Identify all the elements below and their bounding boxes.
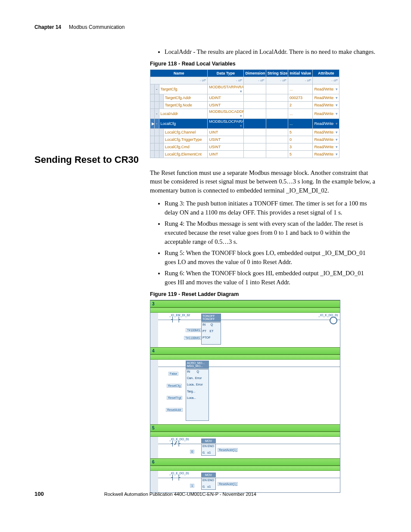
section-intro: The Reset function must use a separate M… [150,168,377,195]
figure-119-caption: Figure 119 - Reset Ladder Diagram [150,291,377,297]
figure-118-table: Name Data Type Dimension String Size Ini… [150,69,339,158]
col-initval: Initial Value [288,69,312,77]
msg-block-body: IN QCan.. ErrorLoca.. ErrorTarg...Loca..… [186,369,209,421]
mov-block-6: MOV [201,473,216,478]
tonoff-block: TONOFFTONOFF [201,314,221,322]
table-row[interactable]: LocalCfg.ChannelUINT5Read/Write ▾ [150,128,339,136]
rung-3-body: _IO_EM_DI_02 ┤ ├ _IO_E_DO_01 TONOFFTONOF… [150,313,340,347]
nc-contact-icon: ┤/├ [171,441,181,447]
lead-bullets: LocalAddr - The results are placed in Lo… [150,47,377,56]
mov6-val: 1 [190,484,194,488]
lead-bullet-item: LocalAddr - The results are placed in Lo… [165,47,377,56]
rung3-contact-tag: _IO_EM_DI_02 [169,314,190,317]
filter-row[interactable]: - of*- of*- of*- of*- of*- of* [150,77,339,84]
rung3-coil-tag: _IO_E_DO_01 [318,314,338,317]
chapter-title: Modbus Communication [69,24,125,30]
table-row[interactable]: ▶-LocalCfgMODBUSLOCPARA ▾...Read/Write ▾ [150,118,339,128]
pt-tag: T#100MS [186,328,201,332]
figure-118-caption: Figure 118 - Read Local Variables [150,61,377,67]
list-item: Rung 4: The Modbus message is sent with … [165,219,377,246]
publication-line: Rockwell Automation Publication 440C-UM0… [104,492,256,497]
chapter-number: Chapter 14 [34,24,61,30]
tag-resetcfg: ResetCfg [167,384,182,388]
table-header-row: Name Data Type Dimension String Size Ini… [150,69,339,77]
list-item: Rung 6: When the TONOFF block goes HI, e… [165,269,377,286]
section-bullets: Rung 3: The push button initiates a TONO… [150,199,377,286]
table-row[interactable]: LocalCfg.ElementCntUINT5Read/Write ▾ [150,150,339,158]
no-contact-icon: ┤ ├ [171,475,181,481]
col-datatype: Data Type [208,69,244,77]
rung5-contact-tag: _IO_E_DO_01 [169,438,189,441]
rung-6-header: 6 [150,458,340,466]
mov5-dest: ResetAddr[1] [218,448,238,452]
table-row[interactable]: -TargetCfgMODBUSTARPARA ▾...Read/Write ▾ [150,84,339,94]
tag-resettrgt: ResetTrgt [167,396,182,400]
mov-block-6-body: EN ENOi1 o1 [201,478,216,490]
running-header: Chapter 14 Modbus Communication [34,24,377,30]
rung-3-header: 3 [150,300,340,308]
rung-4-body: ACRO_MO...MSG_MO... IN QCan.. ErrorLoca.… [150,360,340,424]
page-footer: 100 Rockwell Automation Publication 440C… [34,491,377,497]
rung-5-body: _IO_E_DO_01 ┤/├ MOV EN ENOi1 o1 0 ResetA… [150,437,340,458]
rung-4-header: 4 [150,347,340,355]
table-row[interactable]: TargetCfg.NodeUSINT2Read/Write ▾ [150,101,339,109]
mov-block-5: MOV [201,439,216,444]
mov6-dest: ResetAddr[1] [218,482,238,486]
ptof-tag: T#1100MS [184,336,201,340]
table-row[interactable]: LocalCfg.CmdUSINT3Read/Write ▾ [150,143,339,150]
rung6-contact-tag: _IO_E_DO_01 [169,472,189,475]
section-heading: Sending Reset to CR30 [34,154,139,165]
col-attribute: Attribute [313,69,339,77]
tonoff-block-body: IN QPT ETPTOF [201,322,221,345]
list-item: Rung 3: The push button initiates a TONO… [165,199,377,217]
tag-resetaddr: ResetAddr [166,408,183,412]
mov5-val: 0 [190,450,194,454]
coil-icon [330,317,337,324]
figure-119-ladder: 3 _IO_EM_DI_02 ┤ ├ _IO_E_DO_01 TONOFFTON… [150,300,340,493]
col-name: Name [150,69,208,77]
rung-6-body: _IO_E_DO_01 ┤ ├ MOV EN ENOi1 o1 1 ResetA… [150,471,340,492]
mov-block-5-body: EN ENOi1 o1 [201,444,216,456]
table-row[interactable]: -LocalAddrMODBUSLOCADDR ▾...Read/Write ▾ [150,109,339,118]
no-contact-icon: ┤ ├ [171,317,181,323]
page-number: 100 [34,491,44,497]
table-row[interactable]: TargetCfg.AddrUDINT000273Read/Write ▾ [150,94,339,101]
rung-5-header: 5 [150,424,340,432]
col-dimension: Dimension [244,69,266,77]
table-row[interactable]: LocalCfg.TriggerTypeUSINT0Read/Write ▾ [150,136,339,143]
msg-block-header: ACRO_MO...MSG_MO... [186,361,209,369]
col-stringsize: String Size [266,69,288,77]
list-item: Rung 5: When the TONOFF block goes LO, e… [165,249,377,266]
tag-false: False [168,372,178,376]
